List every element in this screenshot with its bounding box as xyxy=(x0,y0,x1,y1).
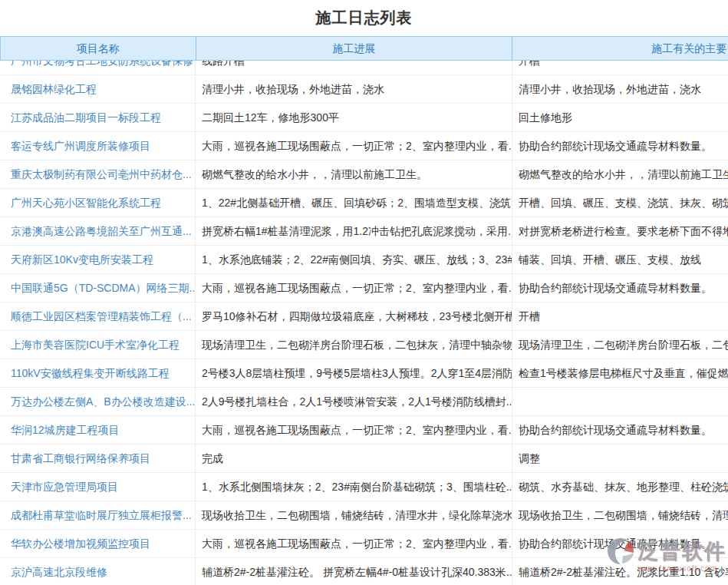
project-name-link[interactable]: 京沪高速北京段维修 xyxy=(11,566,107,578)
table-row: 成都杜甫草堂临时展厅独立展柜报警... 现场收拾卫生，二包砌围墙，铺烧结砖，清理… xyxy=(0,501,728,530)
matters-cell: 协助合约部统计现场交通疏导材料数量。 xyxy=(512,530,728,557)
project-name-link[interactable]: 顺德工业园区档案管理精装饰工程（... xyxy=(11,310,192,322)
table-row: 重庆太极制药有限公司亳州中药材仓... 砌燃气整改的给水小井，，清理以前施工卫生… xyxy=(0,160,728,189)
project-name-cell: 广州天心苑小区智能化系统工程 xyxy=(0,189,196,216)
progress-cell: 大雨，巡视各施工现场围蔽点，一切正常；2、室内整理内业，看... xyxy=(196,416,512,444)
project-name-link[interactable]: 110kV安徽线程集变开断线路工程 xyxy=(11,367,170,379)
project-name-link[interactable]: 华润12城房建工程项目 xyxy=(11,424,120,436)
table-row: 客运专线广州调度所装修项目 大雨，巡视各施工现场围蔽点，一切正常；2、室内整理内… xyxy=(0,132,728,160)
project-name-link[interactable]: 万达办公楼左侧A、B办公楼改造建设... xyxy=(11,395,195,408)
progress-cell: 线路开槽 xyxy=(196,61,512,74)
table-row: 广州市文物考古工地安防系统设备保修 线路开槽 开槽 xyxy=(0,61,728,75)
project-name-cell: 110kV安徽线程集变开断线路工程 xyxy=(0,359,196,387)
table-row: 上海市美容医院ICU手术室净化工程 现场清理卫生，二包砌洋房台阶理石板，二包抹灰… xyxy=(0,331,728,359)
column-header-main-matters: 施工有关的主要 xyxy=(512,37,728,60)
matters-cell: 协助合约部统计现场交通疏导材料数量。 xyxy=(512,274,728,302)
project-name-link[interactable]: 中国联通5G（TD-SCDMA）网络三期... xyxy=(11,282,196,294)
table-row: 京沪高速北京段维修 辅道桥2#-2桩基灌注砼。 拼宽桥左幅4#-0桩基设计孔深4… xyxy=(0,558,728,585)
progress-cell: 辅道桥2#-2桩基灌注砼。 拼宽桥左幅4#-0桩基设计孔深40.383米... xyxy=(196,558,512,585)
progress-cell: 大雨，巡视各施工现场围蔽点，一切正常；2、室内整理内业，看... xyxy=(196,530,512,557)
project-name-link[interactable]: 广州天心苑小区智能化系统工程 xyxy=(11,197,161,209)
progress-cell: 清理小井，收拾现场，外地进苗，浇水 xyxy=(196,75,512,103)
project-name-cell: 成都杜甫草堂临时展厅独立展柜报警... xyxy=(0,501,196,529)
matters-cell: 开槽、回填、碾压、支模、浇筑、抹灰、砌筑、 xyxy=(512,189,728,216)
progress-cell: 2号楼3人8层墙柱预埋，9号楼5层墙柱3人预埋。2人穿1至4层消防... xyxy=(196,359,512,387)
project-name-cell: 重庆太极制药有限公司亳州中药材仓... xyxy=(0,160,196,188)
progress-cell: 1、22#北侧基础开槽、碾压、回填砂砾；2、围墙造型支模、浇筑... xyxy=(196,189,512,216)
table-row: 天津市应急管理局项目 1、水系北侧围墙抹灰；2、23#南侧台阶基础砌筑；3、围墙… xyxy=(0,473,728,501)
table-row: 江苏成品油二期项目一标段工程 二期回土12车，修地形300平 回土修地形 xyxy=(0,104,728,132)
table-row: 广州天心苑小区智能化系统工程 1、22#北侧基础开槽、碾压、回填砂砾；2、围墙造… xyxy=(0,189,728,217)
project-name-cell: 晟铭园林绿化工程 xyxy=(0,75,196,103)
table-body-inner: 广州市文物考古工地安防系统设备保修 线路开槽 开槽 晟铭园林绿化工程 清理小井，… xyxy=(0,61,728,585)
column-header-progress: 施工进展 xyxy=(196,37,513,60)
table-body-viewport: 广州市文物考古工地安防系统设备保修 线路开槽 开槽 晟铭园林绿化工程 清理小井，… xyxy=(0,61,728,585)
project-name-link[interactable]: 京港澳高速公路粤境韶关至广州互通... xyxy=(11,225,192,237)
project-name-link[interactable]: 客运专线广州调度所装修项目 xyxy=(11,140,150,152)
matters-cell: 开槽 xyxy=(512,61,728,74)
table-row: 华软办公楼增加视频监控项目 大雨，巡视各施工现场围蔽点，一切正常；2、室内整理内… xyxy=(0,530,728,558)
progress-cell: 拼宽桥右幅1#桩基清理泥浆，用1.2冲击钻把孔底泥浆搅动，采用... xyxy=(196,217,512,245)
project-name-link[interactable]: 甘肃省工商银行网络保养项目 xyxy=(11,452,150,464)
page-header: 施工日志列表 xyxy=(0,0,728,36)
matters-cell: 开槽 xyxy=(512,302,728,330)
project-name-cell: 甘肃省工商银行网络保养项目 xyxy=(0,445,196,472)
project-name-cell: 万达办公楼左侧A、B办公楼改造建设... xyxy=(0,388,196,415)
project-name-cell: 天津市应急管理局项目 xyxy=(0,473,196,501)
project-name-cell: 华润12城房建工程项目 xyxy=(0,416,196,444)
progress-cell: 现场清理卫生，二包砌洋房台阶理石板，二包抹灰，清理中轴杂物 xyxy=(196,331,512,359)
progress-cell: 2人9号楼扎墙柱合，2人1号楼喷淋管安装，2人1号楼消防线槽封... xyxy=(196,388,512,415)
project-name-link[interactable]: 成都杜甫草堂临时展厅独立展柜报警... xyxy=(11,509,192,521)
matters-cell: 协助合约部统计现场交通疏导材料数量。 xyxy=(512,416,728,444)
matters-cell: 协助合约部统计现场交通疏导材料数量。 xyxy=(512,132,728,160)
matters-cell xyxy=(512,388,728,415)
matters-cell: 回土修地形 xyxy=(512,104,728,131)
project-name-cell: 广州市文物考古工地安防系统设备保修 xyxy=(0,61,196,74)
progress-cell: 二期回土12车，修地形300平 xyxy=(196,104,512,131)
project-name-cell: 京沪高速北京段维修 xyxy=(0,558,196,585)
matters-cell: 清理小井，收拾现场，外地进苗，浇水 xyxy=(512,75,728,103)
project-name-link[interactable]: 重庆太极制药有限公司亳州中药材仓... xyxy=(11,168,192,180)
project-name-link[interactable]: 华软办公楼增加视频监控项目 xyxy=(11,537,150,550)
matters-cell: 铺装、回填、开槽、碾压、支模、放线 xyxy=(512,246,728,273)
table-row: 天府新区10Kv变电所安装工程 1、水系池底铺装；2、22#南侧回填、夯实、碾压… xyxy=(0,246,728,274)
table-row: 万达办公楼左侧A、B办公楼改造建设... 2人9号楼扎墙柱合，2人1号楼喷淋管安… xyxy=(0,388,728,416)
project-name-link[interactable]: 天津市应急管理局项目 xyxy=(11,481,118,493)
progress-cell: 现场收拾卫生，二包砌围墙，铺烧结砖，清理水井，绿化除草浇水， xyxy=(196,501,512,529)
construction-log-table: 项目名称 施工进展 施工有关的主要 广州市文物考古工地安防系统设备保修 线路开槽… xyxy=(0,36,728,585)
matters-cell: 砌燃气整改的给水小井，，清理以前施工卫生 xyxy=(512,160,728,188)
matters-cell: 现场收拾卫生，二包砌围墙，铺烧结砖，清理水 xyxy=(512,501,728,529)
matters-cell: 砌筑、水夯基础、抹灰、地形整理、柱砼浇筑、 xyxy=(512,473,728,501)
project-name-cell: 天府新区10Kv变电所安装工程 xyxy=(0,246,196,273)
progress-cell: 大雨，巡视各施工现场围蔽点，一切正常；2、室内整理内业，看... xyxy=(196,132,512,160)
progress-cell: 大雨，巡视各施工现场围蔽点，一切正常；2、室内整理内业，看... xyxy=(196,274,512,302)
progress-cell: 砌燃气整改的给水小井，，清理以前施工卫生。 xyxy=(196,160,512,188)
project-name-cell: 京港澳高速公路粤境韶关至广州互通... xyxy=(0,217,196,245)
table-row: 京港澳高速公路粤境韶关至广州互通... 拼宽桥右幅1#桩基清理泥浆，用1.2冲击… xyxy=(0,217,728,246)
project-name-link[interactable]: 江苏成品油二期项目一标段工程 xyxy=(11,111,161,124)
project-name-link[interactable]: 广州市文物考古工地安防系统设备保修 xyxy=(11,61,193,67)
progress-cell: 完成 xyxy=(196,445,512,472)
project-name-cell: 江苏成品油二期项目一标段工程 xyxy=(0,104,196,131)
project-name-link[interactable]: 天府新区10Kv变电所安装工程 xyxy=(11,253,153,266)
progress-cell: 1、水系北侧围墙抹灰；2、23#南侧台阶基础砌筑；3、围墙柱砼... xyxy=(196,473,512,501)
table-row: 110kV安徽线程集变开断线路工程 2号楼3人8层墙柱预埋，9号楼5层墙柱3人预… xyxy=(0,359,728,388)
matters-cell: 对拼宽桥老桥进行检查。要求老桥下面不得堆放 xyxy=(512,217,728,245)
project-name-cell: 上海市美容医院ICU手术室净化工程 xyxy=(0,331,196,359)
project-name-link[interactable]: 晟铭园林绿化工程 xyxy=(11,83,97,95)
project-name-cell: 顺德工业园区档案管理精装饰工程（... xyxy=(0,302,196,330)
table-row: 中国联通5G（TD-SCDMA）网络三期... 大雨，巡视各施工现场围蔽点，一切… xyxy=(0,274,728,302)
table-row: 顺德工业园区档案管理精装饰工程（... 罗马10修补石材，四期做垃圾箱底座，大树… xyxy=(0,302,728,331)
progress-cell: 1、水系池底铺装；2、22#南侧回填、夯实、碾压、放线；3、23#... xyxy=(196,246,512,273)
project-name-cell: 客运专线广州调度所装修项目 xyxy=(0,132,196,160)
page-title: 施工日志列表 xyxy=(316,8,413,28)
matters-cell: 调整 xyxy=(512,445,728,472)
table-row: 甘肃省工商银行网络保养项目 完成 调整 xyxy=(0,445,728,473)
project-name-cell: 中国联通5G（TD-SCDMA）网络三期... xyxy=(0,274,196,302)
table-header-row: 项目名称 施工进展 施工有关的主要 xyxy=(0,36,728,61)
project-name-link[interactable]: 上海市美容医院ICU手术室净化工程 xyxy=(11,339,180,351)
project-name-cell: 华软办公楼增加视频监控项目 xyxy=(0,530,196,557)
column-header-project-name: 项目名称 xyxy=(1,37,196,60)
matters-cell: 辅道桥2#-2桩基灌注砼。泥浆比重1.10 含砂率1 xyxy=(512,558,728,585)
progress-cell: 罗马10修补石材，四期做垃圾箱底座，大树稀枝，23号楼北侧开槽... xyxy=(196,302,512,330)
